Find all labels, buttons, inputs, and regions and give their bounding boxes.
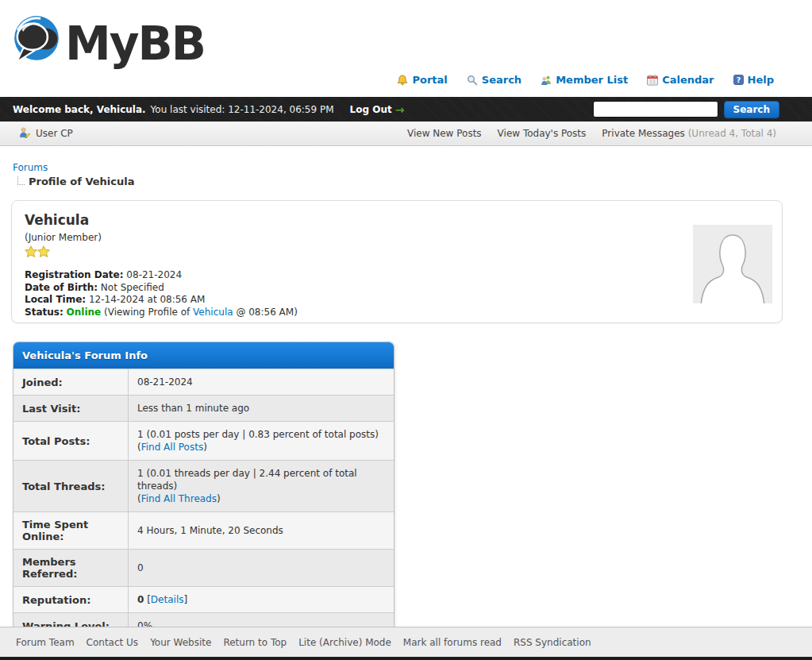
forum-info-row: Members Referred:0	[13, 549, 394, 586]
row-label: Total Posts:	[13, 422, 129, 460]
breadcrumb: Forums Profile of Vehicula	[13, 162, 812, 187]
magnifier-icon	[467, 75, 478, 86]
welcome-message: Welcome back, Vehicula. You last visited…	[13, 103, 404, 116]
row-label: Last Visit:	[13, 396, 129, 421]
search-button[interactable]: Search	[724, 101, 779, 118]
menu-bar: User CP View New Posts View Today's Post…	[0, 122, 812, 146]
forum-info-row: Total Threads:1 (0.01 threads per day | …	[13, 460, 394, 511]
forum-info-table: Vehicula's Forum Info Joined:08-21-2024L…	[13, 342, 394, 660]
status-online-badge: Online	[67, 307, 102, 318]
view-todays-posts-link[interactable]: View Today's Posts	[498, 128, 587, 139]
breadcrumb-forums-link[interactable]: Forums	[13, 162, 48, 173]
last-visited-text: You last visited: 12-11-2024, 06:59 PM	[151, 104, 334, 115]
welcome-bar: Welcome back, Vehicula. You last visited…	[0, 97, 812, 122]
tree-connector	[17, 176, 25, 185]
row-value: Less than 1 minute ago	[129, 396, 394, 421]
row-value: 0	[129, 550, 394, 586]
footer-rss-link[interactable]: RSS Syndication	[514, 637, 591, 648]
nav-portal[interactable]: Portal	[397, 74, 447, 86]
nav-search[interactable]: Search	[467, 74, 521, 86]
view-new-posts-link[interactable]: View New Posts	[407, 128, 482, 139]
profile-field-status: Status: Online (Viewing Profile of Vehic…	[25, 307, 769, 319]
bell-icon	[397, 75, 408, 86]
row-label: Reputation:	[13, 587, 129, 612]
profile-card: Vehicula (Junior Member) Registration Da…	[11, 200, 783, 323]
profile-field-registration: Registration Date: 08-21-2024	[25, 269, 769, 282]
star-icon	[25, 245, 37, 257]
row-link[interactable]: Details	[151, 594, 184, 605]
mybb-logo-icon	[11, 13, 62, 69]
row-label: Members Referred:	[13, 550, 129, 586]
logout-label: Log Out	[350, 104, 392, 115]
row-value: 1 (0.01 posts per day | 0.83 percent of …	[129, 422, 394, 460]
top-nav: Portal Search	[397, 74, 774, 86]
row-link[interactable]: Find All Posts	[141, 442, 203, 453]
forum-info-row: Joined:08-21-2024	[13, 369, 394, 395]
status-profile-link[interactable]: Vehicula	[193, 307, 233, 318]
site-header: MyBB Portal Search	[0, 0, 812, 97]
logo-text: MyBB	[65, 21, 205, 67]
forum-info-rows: Joined:08-21-2024Last Visit:Less than 1 …	[13, 369, 394, 660]
site-logo[interactable]: MyBB	[11, 13, 205, 69]
breadcrumb-current: Profile of Vehicula	[29, 176, 135, 187]
forum-info-row: Total Posts:1 (0.01 posts per day | 0.83…	[13, 421, 394, 460]
footer-forum-team-link[interactable]: Forum Team	[16, 637, 75, 648]
user-stars	[25, 245, 769, 257]
nav-help[interactable]: ? Help	[733, 74, 774, 86]
logout-link[interactable]: Log Out →	[350, 103, 405, 116]
forum-info-row: Reputation:0 [Details]	[13, 586, 394, 612]
nav-member-list[interactable]: Member List	[541, 74, 628, 86]
forum-info-row: Time Spent Online:4 Hours, 1 Minute, 20 …	[13, 511, 394, 549]
footer-return-to-top-link[interactable]: Return to Top	[223, 637, 287, 648]
svg-text:?: ?	[736, 75, 741, 84]
nav-member-list-label: Member List	[556, 74, 628, 86]
nav-help-label: Help	[748, 74, 774, 86]
row-link[interactable]: Find All Threads	[141, 493, 217, 504]
user-cp-icon	[19, 126, 31, 141]
welcome-text: Welcome back, Vehicula.	[13, 104, 146, 115]
page: MyBB Portal Search	[0, 0, 812, 660]
profile-field-local-time: Local Time: 12-14-2024 at 08:56 AM	[25, 294, 769, 307]
row-value: 0 [Details]	[129, 587, 394, 612]
row-label: Total Threads:	[13, 461, 129, 511]
row-value: 1 (0.01 threads per day | 2.44 percent o…	[129, 461, 394, 511]
help-icon: ?	[733, 75, 744, 85]
forum-info-row: Last Visit:Less than 1 minute ago	[13, 395, 394, 421]
footer-your-website-link[interactable]: Your Website	[150, 637, 211, 648]
profile-username: Vehicula	[25, 212, 769, 228]
nav-calendar-label: Calendar	[662, 74, 714, 86]
footer-lite-mode-link[interactable]: Lite (Archive) Mode	[298, 637, 391, 648]
footer-links: Forum Team Contact Us Your Website Retur…	[0, 627, 812, 657]
header-search: Search	[593, 101, 779, 118]
row-label: Joined:	[13, 369, 129, 395]
avatar	[693, 225, 772, 303]
logout-arrow-icon: →	[395, 103, 405, 116]
members-icon	[541, 75, 552, 86]
row-value: 08-21-2024	[129, 369, 394, 395]
row-value: 4 Hours, 1 Minute, 20 Seconds	[129, 512, 394, 549]
pm-unread-count: (Unread 4, Total 4)	[688, 128, 776, 139]
footer-bottom-strip	[0, 657, 812, 660]
nav-search-label: Search	[482, 74, 521, 86]
user-cp-link[interactable]: User CP	[36, 128, 73, 139]
calendar-icon	[647, 75, 658, 86]
footer-mark-read-link[interactable]: Mark all forums read	[403, 637, 502, 648]
search-input[interactable]	[593, 101, 718, 118]
nav-portal-label: Portal	[412, 74, 447, 86]
profile-usertitle: (Junior Member)	[25, 232, 769, 243]
forum-info-title: Vehicula's Forum Info	[13, 342, 394, 369]
star-icon	[37, 245, 50, 257]
profile-details: Registration Date: 08-21-2024 Date of Bi…	[25, 269, 769, 318]
nav-calendar[interactable]: Calendar	[647, 74, 714, 86]
private-messages-link[interactable]: Private Messages	[602, 128, 685, 139]
profile-field-dob: Date of Birth: Not Specified	[25, 282, 769, 295]
site-footer: Forum Team Contact Us Your Website Retur…	[0, 627, 812, 660]
footer-contact-us-link[interactable]: Contact Us	[87, 637, 139, 648]
row-label: Time Spent Online:	[13, 512, 129, 549]
